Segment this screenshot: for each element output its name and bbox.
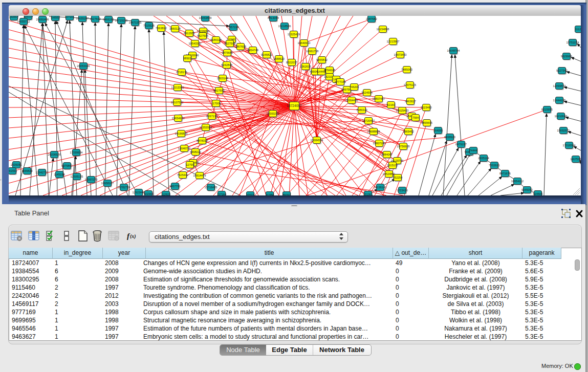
svg-text:15136141: 15136141 — [374, 186, 387, 189]
svg-text:16961758: 16961758 — [306, 50, 319, 53]
svg-text:8322037: 8322037 — [286, 61, 297, 64]
svg-text:15692971: 15692971 — [557, 129, 570, 132]
svg-text:11123: 11123 — [575, 28, 581, 31]
svg-text:106552: 106552 — [51, 16, 60, 19]
svg-text:10046756: 10046756 — [178, 147, 191, 150]
svg-text:10958107: 10958107 — [101, 182, 114, 185]
svg-text:9498222: 9498222 — [190, 150, 201, 154]
svg-text:11353594: 11353594 — [200, 126, 212, 129]
svg-text:15751074: 15751074 — [567, 41, 579, 44]
svg-text:1362615: 1362615 — [300, 65, 311, 68]
svg-text:2803144: 2803144 — [217, 77, 228, 80]
svg-text:151361: 151361 — [363, 193, 373, 195]
svg-text:746206: 746206 — [350, 85, 359, 89]
svg-text:14055712: 14055712 — [17, 20, 30, 23]
svg-text:8938923: 8938923 — [444, 136, 455, 139]
svg-text:2087682: 2087682 — [366, 17, 377, 20]
svg-text:9975867: 9975867 — [61, 164, 73, 167]
svg-text:10654112: 10654112 — [511, 180, 524, 183]
svg-text:2535051: 2535051 — [11, 163, 22, 166]
svg-text:7663822: 7663822 — [156, 27, 167, 30]
svg-text:164095: 164095 — [433, 129, 443, 132]
svg-text:2867608: 2867608 — [235, 45, 246, 48]
svg-text:9527505: 9527505 — [197, 34, 208, 37]
svg-text:6466160: 6466160 — [103, 18, 114, 21]
svg-text:9884067: 9884067 — [381, 153, 393, 156]
svg-text:1156829: 1156829 — [21, 169, 32, 172]
svg-text:16640910: 16640910 — [298, 41, 311, 45]
svg-text:9777169: 9777169 — [335, 80, 346, 83]
svg-text:209314: 209314 — [24, 16, 33, 18]
svg-text:3875685: 3875685 — [222, 51, 233, 54]
svg-text:1965492: 1965492 — [403, 130, 414, 133]
svg-text:15716485: 15716485 — [205, 186, 217, 189]
svg-text:8215955: 8215955 — [541, 108, 553, 111]
svg-text:98901: 98901 — [183, 57, 191, 60]
svg-text:9245052: 9245052 — [521, 188, 533, 191]
svg-text:17359934: 17359934 — [70, 151, 83, 154]
svg-text:7386322: 7386322 — [356, 108, 367, 112]
svg-text:13524851: 13524851 — [383, 172, 396, 176]
svg-text:20364436: 20364436 — [345, 99, 358, 102]
svg-text:12213349: 12213349 — [171, 86, 184, 89]
svg-text:252254: 252254 — [393, 176, 403, 179]
svg-text:10543382: 10543382 — [189, 42, 202, 45]
svg-text:62160: 62160 — [387, 103, 395, 106]
svg-text:1615132: 1615132 — [387, 164, 398, 167]
svg-text:19218506: 19218506 — [278, 25, 291, 28]
svg-text:157164: 157164 — [217, 193, 227, 195]
svg-text:10671355: 10671355 — [129, 21, 142, 24]
svg-text:8878332: 8878332 — [197, 139, 208, 142]
svg-text:7632621: 7632621 — [489, 164, 500, 167]
svg-text:12444195: 12444195 — [553, 99, 566, 102]
svg-text:391591: 391591 — [9, 169, 17, 172]
svg-text:8427552: 8427552 — [213, 89, 225, 92]
svg-text:19654923: 19654923 — [172, 117, 185, 120]
svg-text:8267130: 8267130 — [206, 115, 217, 118]
svg-text:3624554: 3624554 — [361, 91, 373, 94]
svg-text:17957273: 17957273 — [85, 178, 98, 181]
svg-text:15720407: 15720407 — [362, 119, 375, 122]
svg-text:16914479: 16914479 — [193, 174, 206, 177]
svg-text:1588520: 1588520 — [273, 57, 285, 60]
svg-text:117006: 117006 — [211, 102, 221, 105]
svg-text:91384: 91384 — [266, 193, 274, 195]
svg-text:12799: 12799 — [186, 163, 194, 166]
svg-text:10107552: 10107552 — [171, 101, 184, 104]
svg-text:18724007: 18724007 — [287, 104, 302, 107]
svg-text:7485063: 7485063 — [401, 68, 412, 71]
svg-text:8471676: 8471676 — [499, 172, 511, 175]
svg-text:(x): (x) — [130, 233, 136, 239]
svg-text:16782759: 16782759 — [118, 186, 130, 189]
svg-text:20206526: 20206526 — [48, 153, 61, 156]
svg-text:17016504: 17016504 — [563, 144, 576, 147]
svg-text:7515526: 7515526 — [143, 24, 155, 27]
svg-text:1145194: 1145194 — [54, 173, 64, 176]
svg-text:9146821: 9146821 — [261, 53, 272, 56]
svg-text:18807249: 18807249 — [373, 142, 386, 145]
svg-text:10053809: 10053809 — [199, 16, 212, 19]
svg-text:16648784: 16648784 — [447, 49, 460, 52]
svg-text:140557: 140557 — [9, 16, 19, 18]
svg-text:8454749: 8454749 — [247, 49, 258, 52]
svg-text:10807487: 10807487 — [373, 97, 385, 100]
svg-text:107191: 107191 — [65, 16, 75, 18]
svg-text:11325419: 11325419 — [288, 33, 300, 36]
svg-text:6794028: 6794028 — [324, 69, 335, 72]
svg-text:9899695: 9899695 — [421, 121, 432, 124]
svg-text:16154808: 16154808 — [377, 28, 389, 31]
svg-text:9955812: 9955812 — [316, 58, 328, 61]
svg-text:112923: 112923 — [161, 193, 170, 195]
svg-text:10655287: 10655287 — [76, 17, 89, 20]
svg-text:8813054: 8813054 — [268, 16, 279, 19]
svg-text:19384554: 19384554 — [311, 139, 323, 142]
svg-text:19166825: 19166825 — [175, 132, 188, 135]
svg-text:10719155: 10719155 — [115, 19, 128, 22]
svg-text:86092: 86092 — [282, 193, 291, 195]
svg-text:3660124: 3660124 — [169, 27, 181, 30]
svg-text:9457791: 9457791 — [169, 185, 181, 188]
svg-text:2935114: 2935114 — [478, 157, 489, 160]
svg-text:18300295: 18300295 — [267, 112, 279, 115]
svg-text:16210643: 16210643 — [555, 115, 568, 118]
svg-text:9227342: 9227342 — [556, 69, 568, 72]
